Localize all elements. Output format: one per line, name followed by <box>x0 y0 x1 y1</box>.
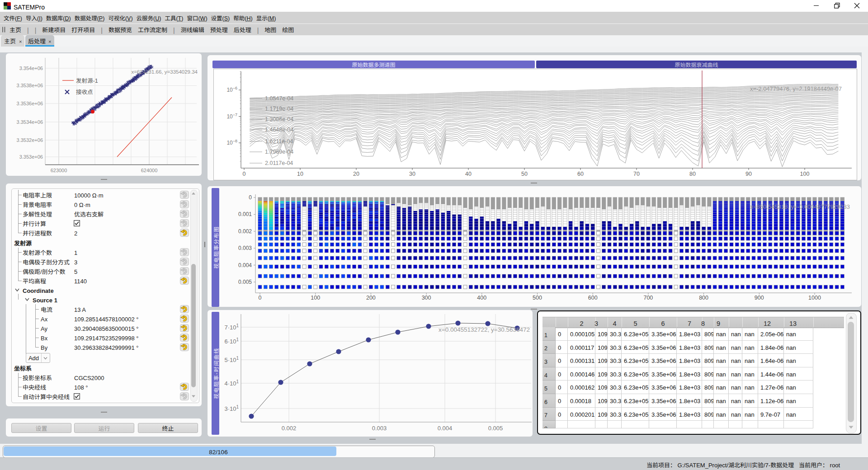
svg-text:100: 100 <box>800 169 810 178</box>
svg-text:0.004: 0.004 <box>438 423 453 432</box>
svg-text:500: 500 <box>533 293 542 301</box>
svg-text:4·101: 4·101 <box>224 378 239 387</box>
svg-text:70: 70 <box>633 169 640 178</box>
svg-text:1000: 1000 <box>808 293 821 301</box>
svg-text:x=850.545318, y=-0.00048777929: x=850.545318, y=-0.00048777929233 <box>750 202 850 211</box>
svg-text:400: 400 <box>477 293 486 301</box>
svg-text:2.0117e-04: 2.0117e-04 <box>265 158 293 167</box>
svg-text:7·101: 7·101 <box>224 322 239 331</box>
svg-text:40: 40 <box>465 169 472 178</box>
svg-text:0.002: 0.002 <box>282 423 297 432</box>
svg-text:3·101: 3·101 <box>224 403 239 413</box>
svg-text:700: 700 <box>643 293 653 301</box>
svg-text:90: 90 <box>745 169 752 178</box>
svg-text:20: 20 <box>353 169 359 178</box>
svg-text:10: 10 <box>297 169 303 178</box>
svg-text:3.353e+06: 3.353e+06 <box>19 153 43 160</box>
svg-text:10−8: 10−8 <box>226 138 237 146</box>
svg-text:10−6: 10−6 <box>226 85 237 93</box>
svg-text:3.354e+06: 3.354e+06 <box>19 64 43 71</box>
svg-text:0.004: 0.004 <box>238 261 252 268</box>
svg-text:6·101: 6·101 <box>224 336 239 345</box>
svg-text:50: 50 <box>521 169 528 178</box>
svg-text:1.0547e-04: 1.0547e-04 <box>265 94 293 102</box>
svg-text:3.3538e+06: 3.3538e+06 <box>17 81 43 89</box>
svg-text:0: 0 <box>243 169 246 178</box>
svg-text:1.3086e-04: 1.3086e-04 <box>265 114 293 123</box>
svg-text:30: 30 <box>409 169 415 178</box>
svg-text:0.003: 0.003 <box>372 423 387 432</box>
svg-text:624000: 624000 <box>141 166 158 174</box>
svg-text:1.6211e-04: 1.6211e-04 <box>265 136 293 145</box>
svg-text:1.4648e-04: 1.4648e-04 <box>265 125 293 133</box>
svg-text:0.005: 0.005 <box>488 423 503 432</box>
svg-text:0.001: 0.001 <box>238 210 252 217</box>
svg-text:600: 600 <box>588 293 598 301</box>
svg-text:0: 0 <box>259 293 262 301</box>
svg-text:3.3532e+06: 3.3532e+06 <box>17 136 43 143</box>
svg-text:x=0.00455132722, y=30.5636472: x=0.00455132722, y=30.5636472 <box>439 324 530 334</box>
svg-text:100: 100 <box>311 293 320 301</box>
svg-text:3.3534e+06: 3.3534e+06 <box>17 118 43 125</box>
svg-text:0: 0 <box>249 193 252 201</box>
svg-text:1.7969e-04: 1.7969e-04 <box>265 147 293 155</box>
svg-text:接收点: 接收点 <box>76 87 93 96</box>
svg-text:x=624231.66, y=3354029.34: x=624231.66, y=3354029.34 <box>132 68 198 75</box>
svg-text:1.1719e-04: 1.1719e-04 <box>265 104 293 113</box>
svg-text:发射源-1: 发射源-1 <box>76 76 98 85</box>
svg-text:0.002: 0.002 <box>238 227 252 235</box>
svg-text:10−7: 10−7 <box>226 112 237 120</box>
svg-text:800: 800 <box>699 293 708 301</box>
svg-text:0.005: 0.005 <box>238 277 252 285</box>
svg-text:300: 300 <box>422 293 431 301</box>
svg-text:x=-2.04779476, y=2.19184449e-0: x=-2.04779476, y=2.19184449e-07 <box>750 84 842 93</box>
svg-text:200: 200 <box>366 293 376 301</box>
svg-text:60: 60 <box>577 169 584 178</box>
svg-text:3.3536e+06: 3.3536e+06 <box>17 99 43 107</box>
svg-text:80: 80 <box>689 169 696 178</box>
svg-text:900: 900 <box>755 293 764 301</box>
svg-text:5·101: 5·101 <box>224 354 239 364</box>
svg-text:0.003: 0.003 <box>238 244 252 251</box>
svg-text:623000: 623000 <box>51 166 67 174</box>
